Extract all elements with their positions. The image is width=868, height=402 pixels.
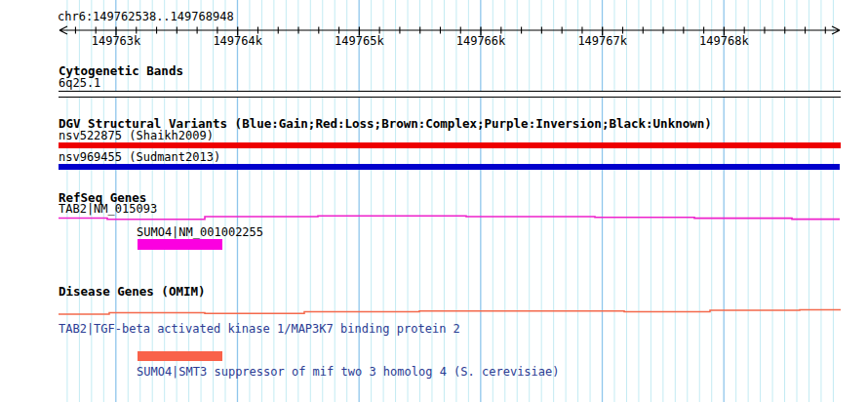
gene-box-sumo4-nm001002255[interactable]: [138, 239, 222, 250]
tick-label: 149768k: [683, 35, 765, 48]
tick-label: 149765k: [318, 35, 400, 48]
gene-box-sumo4-omim[interactable]: [138, 351, 222, 361]
region-label: chr6:149762538..149768948: [58, 11, 234, 23]
gene-model-line[interactable]: [59, 216, 840, 220]
tick-label: 149766k: [440, 35, 522, 48]
gene-label-sumo4-nm001002255[interactable]: SUMO4|NM_001002255: [137, 226, 263, 239]
genome-browser: chr6:149762538..149768948 Cytogenetic Ba…: [0, 0, 868, 402]
variant-label-nsv522875[interactable]: nsv522875 (Shaikh2009): [59, 130, 214, 142]
variant-label-nsv969455[interactable]: nsv969455 (Sudmant2013): [59, 151, 220, 164]
gene-label-tab2-nm015093[interactable]: TAB2|NM_015093: [59, 203, 157, 216]
tick-label: 149767k: [562, 35, 644, 48]
tick-label: 149763k: [75, 35, 157, 48]
tick-label: 149764k: [197, 35, 279, 48]
gene-label-sumo4-omim[interactable]: SUMO4|SMT3 suppressor of mif two 3 homol…: [137, 366, 559, 379]
gene-label-tab2-omim[interactable]: TAB2|TGF-beta activated kinase 1/MAP3K7 …: [59, 323, 460, 336]
cytoband-label[interactable]: 6q25.1: [59, 77, 100, 90]
section-title-disease-genes-omim: Disease Genes (OMIM): [59, 285, 206, 298]
variant-bar-nsv522875[interactable]: [59, 142, 841, 148]
variant-bar-nsv969455[interactable]: [59, 164, 840, 170]
cytoband-rect[interactable]: [59, 91, 841, 98]
